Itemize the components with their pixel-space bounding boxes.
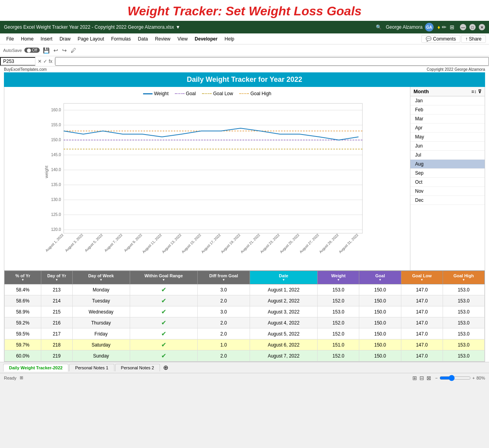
table-cell: 1.0 [198,339,250,350]
premium-icon[interactable]: ♦ [438,24,440,30]
month-list-item-jul[interactable]: Jul [410,151,485,160]
cancel-formula-icon[interactable]: ✕ [38,59,42,64]
month-list-item-nov[interactable]: Nov [410,187,485,196]
close-button[interactable]: ✕ [479,24,485,30]
th-day-filter[interactable]: ▼ [44,278,70,282]
window-controls: — □ ✕ [460,24,485,30]
month-filter-icon[interactable]: ⊽ [478,89,482,94]
table-cell: 147.0 [401,317,443,328]
menu-page-layout[interactable]: Page Layout [74,35,107,42]
view-icons: ⊞ ⊟ ⊠ [412,375,431,381]
add-sheet-button[interactable]: ⊕ [161,364,171,371]
layout-view-icon[interactable]: ⊠ [426,375,431,381]
table-cell: August 3, 2022 [250,306,318,317]
grid-view-icon[interactable]: ⊞ [412,375,417,381]
filename-dropdown-icon[interactable]: ▼ [176,24,180,30]
menu-draw[interactable]: Draw [56,35,74,42]
username: George Alzamora [386,24,422,30]
legend-goal-high-line [239,93,249,94]
legend-goal-high-label: Goal High [250,91,271,96]
minimize-button[interactable]: — [460,24,466,30]
svg-text:August 13, 2022: August 13, 2022 [161,233,182,254]
menu-file[interactable]: File [3,35,17,42]
menu-insert[interactable]: Insert [37,35,55,42]
zoom-controls: − + 80% [435,375,485,381]
share-button[interactable]: ↑ Share [461,35,486,43]
menu-developer[interactable]: Developer [191,35,221,42]
th-diff-filter[interactable]: ▼ [200,278,247,282]
svg-text:August 17, 2022: August 17, 2022 [200,233,221,254]
table-cell: ✔ [130,339,198,350]
undo-button[interactable]: ↩ [53,46,59,54]
tab-personal-notes-2[interactable]: Personal Notes 2 [115,364,160,371]
th-pct-yr: % of Yr ▼ [5,271,41,284]
th-dow-filter[interactable]: ▼ [75,278,127,282]
page-view-icon[interactable]: ⊟ [419,375,424,381]
insert-function-icon[interactable]: fx [49,59,52,64]
confirm-formula-icon[interactable]: ✓ [43,59,47,64]
svg-text:August 1, 2022: August 1, 2022 [45,233,64,253]
zoom-in-icon[interactable]: + [472,376,475,380]
table-cell: 150.0 [359,306,401,317]
month-list-item-jan[interactable]: Jan [410,96,485,105]
search-icon[interactable]: 🔍 [376,24,382,30]
menu-bar: File Home Insert Draw Page Layout Formul… [0,33,489,44]
table-cell: Thursday [72,317,130,328]
table-row: 58.4%213Monday✔3.0August 1, 2022153.0150… [5,284,485,295]
menu-view[interactable]: View [175,35,191,42]
table-cell: 147.0 [401,306,443,317]
month-list-item-aug[interactable]: Aug [410,160,485,169]
autosave-toggle[interactable]: ⬤ Off [24,48,40,53]
legend-goal-line [175,93,184,94]
page-title-bar: Weight Tracker: Set Weight Loss Goals [0,0,489,21]
legend-goal-label: Goal [186,91,196,96]
formula-input[interactable] [55,57,489,66]
zoom-slider[interactable] [439,375,471,381]
month-list-item-sep[interactable]: Sep [410,169,485,178]
redo-button[interactable]: ↪ [61,46,68,54]
th-date-filter[interactable]: ▼ [252,278,315,282]
chart-svg-container: 160.0 155.0 150.0 145.0 140.0 135.0 130.… [8,100,406,266]
table-cell: 153.0 [318,306,359,317]
menu-formulas[interactable]: Formulas [108,35,134,42]
table-cell: ✔ [130,295,198,306]
th-within-filter[interactable]: ▼ [132,278,195,282]
menu-help[interactable]: Help [221,35,237,42]
cell-reference-input[interactable] [0,57,35,66]
table-cell: Tuesday [72,295,130,306]
table-cell: 150.0 [359,317,401,328]
month-sort-icon[interactable]: ≡↕ [471,89,476,94]
copyright-bar: BuyExcelTemplates.com Copyright 2022 Geo… [0,66,489,72]
format-button[interactable]: 🖊 [70,46,77,54]
th-weight-filter[interactable]: ▼ [320,278,357,282]
month-list-item-feb[interactable]: Feb [410,105,485,114]
svg-text:125.0: 125.0 [51,212,61,217]
th-goal-filter[interactable]: ▼ [362,278,398,282]
comments-button[interactable]: 💬 Comments [421,35,460,43]
maximize-button[interactable]: □ [469,24,476,30]
th-goal-low-filter[interactable]: ▼ [404,278,440,282]
svg-text:August 19, 2022: August 19, 2022 [220,233,241,254]
layout-icon[interactable]: ⊞ [450,24,454,30]
menu-review[interactable]: Review [152,35,173,42]
th-goal-high-filter[interactable]: ▼ [445,278,482,282]
th-pct-filter[interactable]: ▼ [7,278,39,282]
table-cell: 150.0 [359,295,401,306]
table-cell: 153.0 [443,306,484,317]
tab-personal-notes-1[interactable]: Personal Notes 1 [69,364,114,371]
legend-goal: Goal [175,91,196,96]
zoom-out-icon[interactable]: − [435,376,438,380]
month-list-item-dec[interactable]: Dec [410,196,485,205]
tab-daily-tracker[interactable]: Daily Weight Tracker-2022 [3,364,68,372]
month-list-item-jun[interactable]: Jun [410,142,485,151]
month-list-item-mar[interactable]: Mar [410,114,485,124]
edit-icon[interactable]: ✏ [442,24,447,30]
month-list-item-oct[interactable]: Oct [410,178,485,187]
menu-data[interactable]: Data [135,35,151,42]
menu-home[interactable]: Home [18,35,37,42]
status-text: Ready [4,376,17,380]
save-button[interactable]: 💾 [42,46,50,54]
month-list-item-apr[interactable]: Apr [410,124,485,133]
legend-goal-high: Goal High [239,91,271,96]
month-list-item-may[interactable]: May [410,133,485,142]
